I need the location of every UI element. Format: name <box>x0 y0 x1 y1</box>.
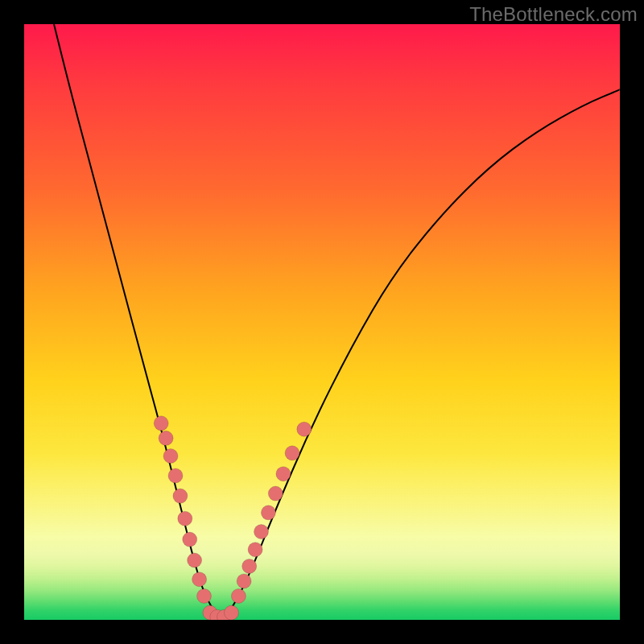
chart-frame: TheBottleneck.com <box>0 0 644 644</box>
marker-right-3 <box>248 543 262 557</box>
marker-right-9 <box>297 422 312 436</box>
marker-left-4 <box>173 489 188 503</box>
plot-area <box>24 24 620 620</box>
marker-right-6 <box>268 486 283 501</box>
marker-left-7 <box>188 553 202 568</box>
marker-left-1 <box>159 431 173 445</box>
marker-left-6 <box>183 532 197 547</box>
marker-left-0 <box>154 416 168 431</box>
marker-right-4 <box>254 525 269 539</box>
marker-left-5 <box>178 511 192 526</box>
marker-right-1 <box>237 574 251 588</box>
marker-right-0 <box>231 588 246 603</box>
curve-markers <box>154 416 312 620</box>
marker-right-8 <box>285 446 299 460</box>
marker-right-7 <box>276 467 291 481</box>
chart-svg <box>24 24 620 620</box>
marker-right-2 <box>242 559 257 573</box>
marker-bottom-3 <box>225 605 239 620</box>
marker-left-3 <box>168 469 183 483</box>
watermark-text: TheBottleneck.com <box>469 3 638 26</box>
marker-left-8 <box>192 572 207 587</box>
marker-left-9 <box>197 588 212 603</box>
marker-left-2 <box>163 449 178 464</box>
marker-right-5 <box>261 506 275 520</box>
bottleneck-curve <box>54 24 620 617</box>
